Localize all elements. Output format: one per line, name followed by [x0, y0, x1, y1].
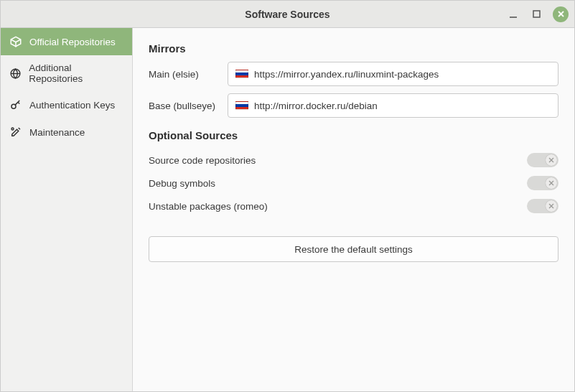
mirror-row-base: Base (bullseye) http://mirror.docker.ru/… — [149, 93, 558, 118]
mirror-label-main: Main (elsie) — [149, 69, 228, 80]
box-icon — [9, 35, 22, 48]
sidebar-item-label: Official Repositories — [29, 37, 116, 47]
mirror-url-main: https://mirror.yandex.ru/linuxmint-packa… — [254, 69, 439, 80]
tools-icon — [9, 126, 22, 139]
toggle-debug-symbols[interactable] — [527, 176, 558, 190]
window-title: Software Sources — [245, 9, 329, 20]
titlebar: Software Sources — [1, 1, 574, 28]
sidebar-item-label: Maintenance — [29, 127, 85, 138]
optional-label: Debug symbols — [149, 178, 215, 189]
svg-point-6 — [11, 128, 14, 130]
optional-row-unstable-packages: Unstable packages (romeo) — [149, 195, 558, 218]
optional-row-source-code: Source code repositories — [149, 149, 558, 172]
flag-ru-icon — [235, 101, 248, 110]
mirror-url-base: http://mirror.docker.ru/debian — [254, 101, 378, 111]
mirror-field-main[interactable]: https://mirror.yandex.ru/linuxmint-packa… — [228, 62, 558, 86]
mirror-row-main: Main (elsie) https://mirror.yandex.ru/li… — [149, 62, 558, 86]
mirror-field-base[interactable]: http://mirror.docker.ru/debian — [228, 93, 558, 118]
flag-ru-icon — [235, 70, 248, 78]
sidebar-item-additional-repositories[interactable]: Additional Repositories — [1, 55, 132, 91]
mirror-label-base: Base (bullseye) — [149, 101, 228, 111]
sidebar-item-label: Additional Repositories — [29, 62, 123, 84]
minimize-button[interactable] — [507, 8, 520, 21]
optional-sources-title: Optional Sources — [149, 129, 558, 141]
close-button[interactable] — [553, 6, 569, 22]
sidebar-item-authentication-keys[interactable]: Authentication Keys — [1, 91, 132, 118]
key-icon — [9, 98, 22, 111]
svg-rect-1 — [533, 11, 540, 17]
window-controls — [507, 6, 569, 22]
toggle-unstable-packages[interactable] — [527, 199, 558, 213]
optional-label: Source code repositories — [149, 155, 256, 166]
toggle-knob — [546, 177, 557, 189]
toggle-source-code[interactable] — [527, 153, 558, 167]
globe-icon — [9, 67, 22, 80]
toggle-knob — [546, 200, 557, 212]
main-panel: Mirrors Main (elsie) https://mirror.yand… — [133, 28, 574, 391]
window: Software Sources Official Repositories — [0, 0, 575, 392]
toggle-knob — [546, 154, 557, 166]
restore-default-settings-button[interactable]: Restore the default settings — [149, 236, 558, 262]
maximize-button[interactable] — [530, 8, 543, 21]
content: Official Repositories Additional Reposit… — [1, 28, 574, 391]
sidebar: Official Repositories Additional Reposit… — [1, 28, 133, 391]
sidebar-item-maintenance[interactable]: Maintenance — [1, 118, 132, 146]
sidebar-item-official-repositories[interactable]: Official Repositories — [1, 28, 132, 55]
optional-label: Unstable packages (romeo) — [149, 201, 268, 212]
optional-row-debug-symbols: Debug symbols — [149, 172, 558, 195]
mirrors-title: Mirrors — [149, 42, 558, 55]
sidebar-item-label: Authentication Keys — [29, 100, 115, 111]
